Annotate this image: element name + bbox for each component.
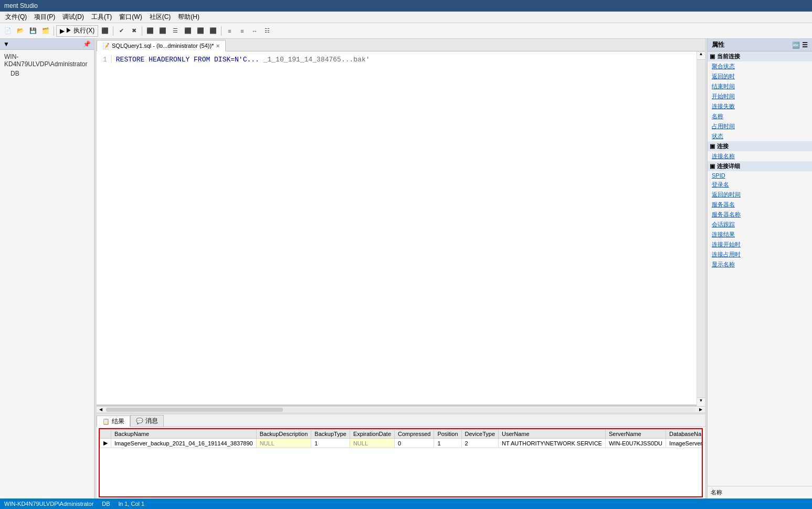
toolbar-btn4[interactable]: ⬛ (182, 25, 194, 37)
h-scroll-left[interactable]: ◀ (97, 407, 105, 412)
h-scroll-thumb[interactable] (106, 408, 283, 412)
prop-session-label[interactable]: 会话跟踪 (712, 221, 735, 228)
status-bar: WIN-KD4N79ULVDP\Administrator DB ln 1, C… (0, 498, 812, 509)
prop-server-name-label[interactable]: 服务器名称 (712, 211, 741, 219)
main-area: ▼ 📌 WIN-KD4N79ULVDP\Administrator DB 📝 S… (0, 39, 812, 498)
scrollbar-up-btn[interactable]: ▲ (697, 51, 705, 60)
results-header-row: BackupName BackupDescription BackupType … (100, 430, 703, 439)
toolbar-sep4 (221, 26, 222, 36)
toolbar-btn5[interactable]: ⬛ (195, 25, 206, 37)
tree-item-server[interactable]: WIN-KD4N79ULVDP\Administrator (2, 52, 92, 69)
col-backup-type: BackupType (311, 430, 350, 439)
prop-conn-result-label[interactable]: 连接结果 (712, 231, 735, 238)
menu-project[interactable]: 项目(P) (31, 12, 58, 23)
cell-backup-desc: NULL (256, 439, 311, 448)
prop-spid-label[interactable]: SPID (712, 172, 725, 179)
prop-start-time: 开始时间 (708, 91, 812, 101)
prop-return-time-label[interactable]: 返回的时 (712, 72, 735, 80)
status-position: ln 1, Col 1 (119, 501, 145, 507)
prop-fail: 连接失败 (708, 101, 812, 111)
toolbar-btn6[interactable]: ⬛ (207, 25, 219, 37)
toolbar-cancel[interactable]: ✖ (128, 25, 140, 37)
sort-az-icon[interactable]: 🔤 (792, 41, 800, 49)
prop-aggregate-label[interactable]: 聚合状态 (712, 63, 735, 70)
prop-conn-elapsed-label[interactable]: 连接占用时 (712, 251, 741, 258)
left-panel-pin[interactable]: 📌 (83, 40, 91, 48)
prop-status: 状态 (708, 131, 812, 141)
scrollbar-down-btn[interactable]: ▼ (697, 398, 705, 406)
results-tab-grid[interactable]: 📋 结果 (97, 415, 130, 427)
table-row[interactable]: ▶ ImageServer_backup_2021_04_16_191144_3… (100, 439, 703, 448)
prop-status-label[interactable]: 状态 (712, 132, 723, 140)
toolbar-btn9[interactable]: ↔ (249, 25, 260, 37)
section-connection-detail[interactable]: ▣ 连接详细 (708, 161, 812, 171)
menu-file[interactable]: 文件(Q) (2, 12, 30, 23)
prop-return-time2-label[interactable]: 返回的时间 (712, 191, 741, 199)
toolbar-btn2[interactable]: ⬛ (157, 25, 168, 37)
tab-bar: 📝 SQLQuery1.sql - (lo...dministrator (54… (97, 39, 705, 51)
prop-elapsed-label[interactable]: 占用时间 (712, 122, 735, 130)
section-collapse-icon: ▣ (710, 53, 715, 60)
prop-spid: SPID (708, 171, 812, 180)
cell-backup-type: 1 (311, 439, 350, 448)
execute-label: ▶ 执行(X) (66, 26, 94, 35)
prop-login-label[interactable]: 登录名 (712, 181, 729, 189)
toolbar-parse[interactable]: ✔ (115, 25, 127, 37)
query-tab-icon: 📝 (102, 43, 110, 49)
prop-display-name-label[interactable]: 显示名称 (712, 261, 735, 268)
menu-tools[interactable]: 工具(T) (88, 12, 115, 23)
toolbar-save[interactable]: 💾 (27, 25, 39, 37)
menu-community[interactable]: 社区(C) (146, 12, 174, 23)
h-scrollbar[interactable]: ◀ ▶ (97, 406, 705, 412)
tree-item-db[interactable]: DB (2, 69, 92, 78)
results-tab-messages[interactable]: 💬 消息 (130, 415, 164, 427)
query-suffix: _1_10_191_14_384765...bak' (263, 56, 370, 64)
toolbar-btn3[interactable]: ☰ (170, 25, 181, 37)
toolbar-btn8[interactable]: ≡ (236, 25, 248, 37)
section-connection[interactable]: ▣ 连接 (708, 141, 812, 151)
toolbar-btn7[interactable]: ≡ (224, 25, 235, 37)
prop-name-label[interactable]: 名称 (712, 112, 723, 120)
col-database-name: DatabaseName (666, 430, 703, 439)
prop-server-name: 服务器名称 (708, 210, 812, 220)
cell-username: NT AUTHORITY\NETWORK SERVICE (499, 439, 606, 448)
prop-server-label[interactable]: 服务器名 (712, 201, 735, 209)
query-editor[interactable]: 1 RESTORE HEADERONLY FROM DISK=N'C... _1… (97, 51, 697, 406)
section-current-connection[interactable]: ▣ 当前连接 (708, 51, 812, 61)
menu-debug[interactable]: 调试(D) (59, 12, 87, 23)
section3-collapse-icon: ▣ (710, 163, 715, 170)
prop-start-time-label[interactable]: 开始时间 (712, 92, 735, 100)
prop-display-name: 显示名称 (708, 259, 812, 269)
status-connection: WIN-KD4N79ULVDP\Administrator (4, 501, 93, 507)
results-grid-icon: 📋 (102, 418, 110, 425)
menu-window[interactable]: 窗口(W) (116, 12, 145, 23)
toolbar-saveall[interactable]: 🗂️ (40, 25, 51, 37)
toolbar-sep2 (113, 26, 113, 36)
toolbar-btn10[interactable]: ☷ (261, 25, 273, 37)
query-tab[interactable]: 📝 SQLQuery1.sql - (lo...dministrator (54… (97, 40, 226, 51)
prop-aggregate: 聚合状态 (708, 61, 812, 71)
col-device-type: DeviceType (461, 430, 498, 439)
row-selector-header (100, 430, 111, 439)
toolbar-sep1 (54, 26, 54, 36)
toolbar-stop[interactable]: ⬛ (99, 25, 111, 37)
h-scroll-right[interactable]: ▶ (697, 407, 705, 412)
section2-collapse-icon: ▣ (710, 143, 715, 150)
prop-end-time-label[interactable]: 结束时间 (712, 82, 735, 90)
tab-close-btn[interactable]: ✕ (216, 43, 220, 49)
toolbar-new[interactable]: 📄 (2, 25, 14, 37)
prop-return-time: 返回的时 (708, 71, 812, 81)
scrollbar-track[interactable] (697, 60, 705, 398)
prop-fail-label[interactable]: 连接失败 (712, 102, 735, 110)
prop-conn-name-label[interactable]: 连接名称 (712, 152, 735, 160)
line-numbers: 1 (103, 56, 112, 64)
categorize-icon[interactable]: ☰ (802, 41, 808, 49)
status-database: DB (102, 501, 110, 507)
menu-help[interactable]: 帮助(H) (175, 12, 203, 23)
col-server-name: ServerName (605, 430, 666, 439)
toolbar-btn1[interactable]: ⬛ (144, 25, 156, 37)
execute-button[interactable]: ▶ ▶ 执行(X) (56, 25, 98, 37)
prop-conn-start-label[interactable]: 连接开始时 (712, 241, 741, 248)
bottom-label-area: 名称 (708, 486, 812, 498)
toolbar-open[interactable]: 📂 (15, 25, 26, 37)
